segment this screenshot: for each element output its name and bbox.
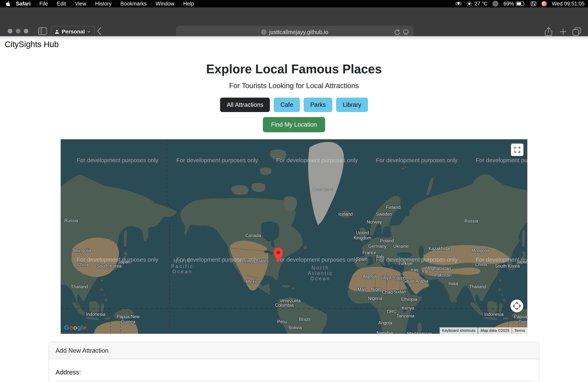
map-label: Papua New <box>117 314 140 319</box>
tab-overview-icon[interactable] <box>572 27 581 36</box>
map-label: Japan <box>516 259 527 265</box>
menu-view[interactable]: View <box>75 1 86 7</box>
map-label: North <box>312 265 329 271</box>
map-label: Russia <box>64 218 78 223</box>
map-label: Iraq <box>411 267 419 273</box>
control-center-icon[interactable] <box>531 1 536 6</box>
page-title: Explore Local Famous Places <box>0 62 588 76</box>
map-label: Colombia <box>275 303 294 308</box>
profile-label: Personal <box>62 29 85 35</box>
dev-watermark: For development purposes only <box>276 256 358 263</box>
map-label: South Korea <box>495 264 520 269</box>
map-label: Türkiye <box>398 261 412 266</box>
filter-library[interactable]: Library <box>336 98 368 112</box>
apple-logo-icon[interactable] <box>5 1 10 7</box>
target-icon[interactable] <box>493 1 498 7</box>
filter-parks[interactable]: Parks <box>304 98 332 112</box>
reload-icon[interactable] <box>394 29 400 35</box>
map-label: United States <box>242 258 269 264</box>
card-body: Address: <box>49 359 539 382</box>
map-attribution-bar: Keyboard shortcutsMap data ©2025Terms <box>440 327 527 334</box>
map-label: United <box>356 230 369 235</box>
map-pan-button[interactable] <box>510 299 523 312</box>
site-brand: CitySights Hub <box>5 40 588 49</box>
map-label: Ukraine <box>393 244 409 249</box>
temperature-label: 27 °C <box>474 1 487 7</box>
menu-history[interactable]: History <box>95 1 111 7</box>
profile-button[interactable]: Personal <box>51 26 95 37</box>
locator-icon[interactable] <box>456 1 462 7</box>
back-button[interactable] <box>96 27 102 35</box>
dev-watermark: For development purposes only <box>276 157 358 164</box>
map-label: Germany <box>368 244 387 249</box>
world-map-canvas <box>61 139 527 334</box>
map-marker-pin[interactable] <box>273 247 284 265</box>
map-label: Mongolia <box>73 248 91 253</box>
toolbar-shadow <box>0 36 588 40</box>
map-label: Sweden <box>376 212 392 217</box>
map-label: Mexico <box>246 279 260 284</box>
menu-help[interactable]: Help <box>183 1 194 7</box>
share-icon[interactable] <box>545 27 553 37</box>
menu-file[interactable]: File <box>40 1 48 7</box>
new-tab-icon[interactable] <box>559 27 567 37</box>
url-text: justtcallmejayy.github.io <box>269 29 328 35</box>
map-label: Kenya <box>401 306 414 311</box>
map-label: Ocean <box>172 269 192 275</box>
battery-item[interactable]: 69% <box>504 1 525 7</box>
menu-window[interactable]: Window <box>156 1 174 7</box>
map-label: Papua New <box>514 314 527 319</box>
map-label: Chad <box>382 290 393 295</box>
dev-watermark: For development purposes only <box>476 157 527 164</box>
window-zoom-button[interactable] <box>24 29 28 33</box>
weather-item[interactable]: 27 °C <box>466 1 487 7</box>
google-map[interactable]: For development purposes onlyFor develop… <box>61 139 527 334</box>
menu-bookmarks[interactable]: Bookmarks <box>120 1 147 7</box>
map-label: DRC <box>387 309 397 314</box>
map-label: Sudan <box>393 289 406 295</box>
address-input[interactable] <box>56 381 532 382</box>
map-label: Mali <box>357 287 366 292</box>
map-label: Thailand <box>71 284 88 289</box>
window-minimize-button[interactable] <box>16 29 21 33</box>
card-title: Add New Attraction <box>49 342 539 359</box>
map-label: Indonesia <box>86 312 105 317</box>
menu-edit[interactable]: Edit <box>57 1 66 7</box>
menu-safari[interactable]: Safari <box>16 1 31 7</box>
find-my-location-button[interactable]: Find My Location <box>263 117 325 132</box>
locate-wrap: Find My Location <box>0 117 588 132</box>
map-label: Nigeria <box>368 296 382 301</box>
map-label: China <box>77 262 89 267</box>
map-fullscreen-button[interactable] <box>511 144 524 156</box>
map-label: Brazil <box>299 317 310 322</box>
globe-icon <box>261 29 267 35</box>
map-label: China <box>475 262 487 267</box>
menu-clock[interactable]: Wed 09:51:05 <box>552 1 585 7</box>
dev-watermark: For development purposes only <box>376 157 458 164</box>
map-label: Guinea <box>121 319 135 324</box>
map-label: Angola <box>378 320 392 326</box>
web-page: CitySights Hub Explore Local Famous Plac… <box>0 36 588 382</box>
map-label: Finland <box>386 205 400 210</box>
map-label: Bolivia <box>289 325 302 330</box>
siri-icon[interactable] <box>542 1 547 6</box>
page-settings-icon[interactable] <box>403 29 409 35</box>
dev-watermark: For development purposes only <box>176 157 258 164</box>
page-subtitle: For Tourists Looking for Local Attractio… <box>0 82 588 90</box>
map-label: Peru <box>277 319 287 324</box>
map-label: North <box>173 258 191 264</box>
filter-cafe[interactable]: Cafe <box>274 98 300 112</box>
address-label: Address: <box>56 369 532 376</box>
google-logo[interactable]: Google <box>64 324 87 331</box>
map-label: Saudi Arabia <box>403 278 428 284</box>
sidebar-toggle-icon[interactable] <box>38 27 47 35</box>
chevron-down-icon <box>87 31 91 33</box>
map-label: Kazakhstan <box>429 246 452 251</box>
map-data-copyright[interactable]: Map data ©2025 <box>478 327 512 334</box>
filter-all-attractions[interactable]: All Attractions <box>220 98 270 112</box>
terms-link[interactable]: Terms <box>512 327 527 334</box>
window-close-button[interactable] <box>8 29 12 33</box>
keyboard-shortcuts-link[interactable]: Keyboard shortcuts <box>440 327 478 334</box>
map-label: Indonesia <box>484 312 504 317</box>
map-label: Egypt <box>393 276 405 281</box>
